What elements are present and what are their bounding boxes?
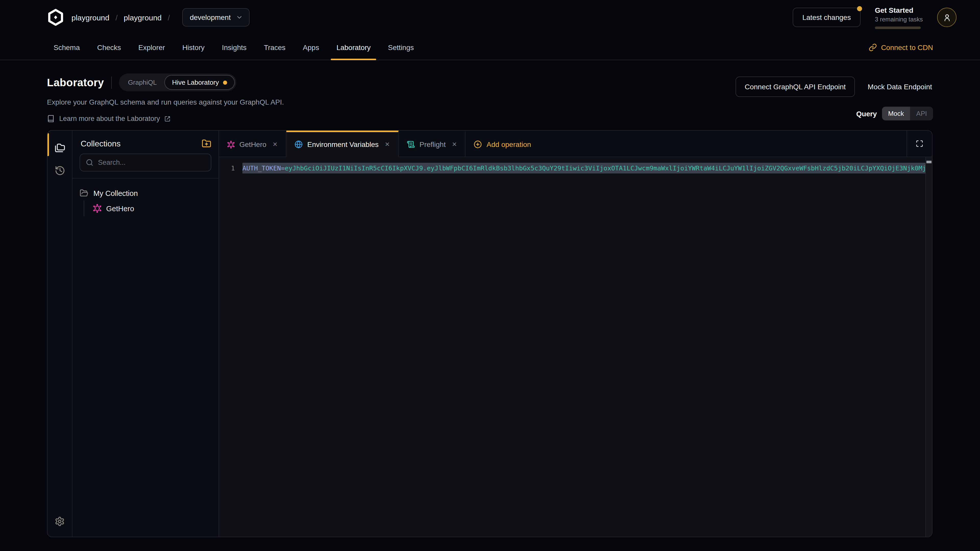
nav-item-laboratory[interactable]: Laboratory <box>328 35 379 60</box>
side-rail <box>48 130 73 537</box>
editor-tabstrip: GetHero ✕ Environment Variables ✕ Prefli… <box>219 130 932 157</box>
nav-item-settings[interactable]: Settings <box>379 35 422 60</box>
collections-rail-button[interactable] <box>52 139 68 156</box>
tab-label: Preflight <box>420 140 446 148</box>
book-icon <box>47 115 55 122</box>
close-icon[interactable]: ✕ <box>272 141 278 148</box>
page-header-left: Laboratory GraphiQL Hive Laboratory Expl… <box>47 73 284 122</box>
editor-line-content[interactable]: AUTH_TOKEN=eyJhbGciOiJIUzI1NiIsInR5cCI6I… <box>242 163 925 173</box>
endpoint-buttons: Connect GraphQL API Endpoint Mock Data E… <box>735 76 933 97</box>
close-icon[interactable]: ✕ <box>452 141 457 148</box>
breadcrumb: playground / playground / development <box>72 8 250 27</box>
title-divider <box>111 76 111 89</box>
page-subtitle: Explore your GraphQL schema and run quer… <box>47 98 284 106</box>
top-bar-right: Latest changes Get Started 3 remaining t… <box>793 6 956 29</box>
chevron-down-icon <box>236 14 243 21</box>
mock-data-endpoint-button[interactable]: Mock Data Endpoint <box>855 77 933 97</box>
history-rail-button[interactable] <box>52 162 68 179</box>
link-icon <box>869 43 877 51</box>
breadcrumb-org[interactable]: playground <box>72 13 109 22</box>
add-operation-label: Add operation <box>487 140 531 148</box>
tab-gethero[interactable]: GetHero ✕ <box>219 130 286 157</box>
connect-to-cdn-label: Connect to CDN <box>881 43 933 51</box>
tab-preflight[interactable]: Preflight ✕ <box>399 130 466 157</box>
connect-to-cdn-link[interactable]: Connect to CDN <box>869 43 933 51</box>
query-segmented-control: Mock API <box>882 106 933 121</box>
search-icon <box>86 159 94 166</box>
editor-scrollbar[interactable] <box>925 157 932 537</box>
query-target-toggle: Query Mock API <box>856 106 933 121</box>
close-icon[interactable]: ✕ <box>385 141 390 148</box>
page-header: Laboratory GraphiQL Hive Laboratory Expl… <box>0 60 980 122</box>
collections-title: Collections <box>81 139 121 148</box>
external-link-icon <box>165 116 171 122</box>
fullscreen-button[interactable] <box>907 130 932 157</box>
editor-line-1[interactable]: 1 AUTH_TOKEN=eyJhbGciOiJIUzI1NiIsInR5cCI… <box>219 163 932 173</box>
environment-dropdown-value: development <box>190 13 231 21</box>
query-option-api[interactable]: API <box>910 106 933 121</box>
nav-item-checks[interactable]: Checks <box>89 35 130 60</box>
env-variables-editor[interactable]: 1 AUTH_TOKEN=eyJhbGciOiJIUzI1NiIsInR5cCI… <box>219 157 932 537</box>
gear-icon <box>55 516 65 527</box>
folders-icon <box>54 142 65 153</box>
nav-item-insights[interactable]: Insights <box>213 35 256 60</box>
tab-label: Environment Variables <box>307 140 379 148</box>
nav-spacer <box>422 35 869 60</box>
active-rail-indicator <box>48 133 49 156</box>
get-started-widget[interactable]: Get Started 3 remaining tasks <box>875 6 923 29</box>
mode-option-hive-laboratory-label: Hive Laboratory <box>172 79 219 86</box>
collection-children: GetHero <box>84 200 211 216</box>
search-box[interactable] <box>80 154 211 171</box>
breadcrumb-project[interactable]: playground <box>124 13 162 22</box>
top-bar: playground / playground / development La… <box>0 0 980 35</box>
learn-more-label: Learn more about the Laboratory <box>59 115 160 122</box>
title-row: Laboratory GraphiQL Hive Laboratory <box>47 73 284 91</box>
tabstrip-spacer <box>539 130 907 157</box>
add-collection-button[interactable] <box>202 139 211 148</box>
history-icon <box>54 165 65 176</box>
tab-environment-variables[interactable]: Environment Variables ✕ <box>286 130 399 157</box>
editor-zone: GetHero ✕ Environment Variables ✕ Prefli… <box>219 130 932 537</box>
circle-plus-icon <box>474 140 482 148</box>
script-icon <box>407 140 415 148</box>
nav-item-traces[interactable]: Traces <box>255 35 294 60</box>
search-input[interactable] <box>98 159 205 166</box>
nav-item-schema[interactable]: Schema <box>45 35 89 60</box>
learn-more-link[interactable]: Learn more about the Laboratory <box>47 115 284 122</box>
nav-item-history[interactable]: History <box>173 35 213 60</box>
lab-mode-toggle: GraphiQL Hive Laboratory <box>119 73 236 91</box>
breadcrumb-separator: / <box>168 13 170 22</box>
page-header-right: Connect GraphQL API Endpoint Mock Data E… <box>735 73 933 122</box>
user-avatar[interactable] <box>937 8 956 27</box>
nav-item-apps[interactable]: Apps <box>294 35 328 60</box>
mode-option-hive-laboratory[interactable]: Hive Laboratory <box>164 75 235 90</box>
breadcrumb-separator: / <box>115 13 118 22</box>
get-started-title: Get Started <box>875 6 923 14</box>
user-icon <box>942 13 951 22</box>
collections-tree: My Collection <box>73 179 218 227</box>
collections-panel: Collections My Col <box>73 130 219 537</box>
graphql-icon <box>227 141 235 148</box>
connect-graphql-endpoint-button[interactable]: Connect GraphQL API Endpoint <box>735 76 855 97</box>
operation-row-gethero[interactable]: GetHero <box>93 200 211 216</box>
maximize-icon <box>916 140 923 148</box>
collection-folder-row[interactable]: My Collection <box>80 189 211 197</box>
line-number: 1 <box>219 163 242 173</box>
latest-changes-button[interactable]: Latest changes <box>793 8 861 27</box>
environment-dropdown[interactable]: development <box>182 8 250 27</box>
laboratory-panel: Collections My Col <box>47 130 932 537</box>
active-mode-dot <box>223 80 227 84</box>
env-var-value: eyJhbGciOiJIUzI1NiIsInR5cCI6IkpXVCJ9.eyJ… <box>285 164 925 172</box>
collections-header: Collections <box>73 130 218 154</box>
hive-logo-icon[interactable] <box>47 9 64 26</box>
operation-label: GetHero <box>106 204 134 213</box>
collection-folder-label: My Collection <box>94 189 138 197</box>
mode-option-graphiql[interactable]: GraphiQL <box>120 75 164 90</box>
nav-item-explorer[interactable]: Explorer <box>130 35 173 60</box>
settings-rail-button[interactable] <box>52 513 68 530</box>
env-var-name: AUTH_TOKEN <box>242 164 281 172</box>
query-option-mock[interactable]: Mock <box>882 106 910 121</box>
globe-icon <box>294 140 303 148</box>
editor-scrollbar-thumb[interactable] <box>926 161 932 163</box>
add-operation-button[interactable]: Add operation <box>466 130 539 157</box>
